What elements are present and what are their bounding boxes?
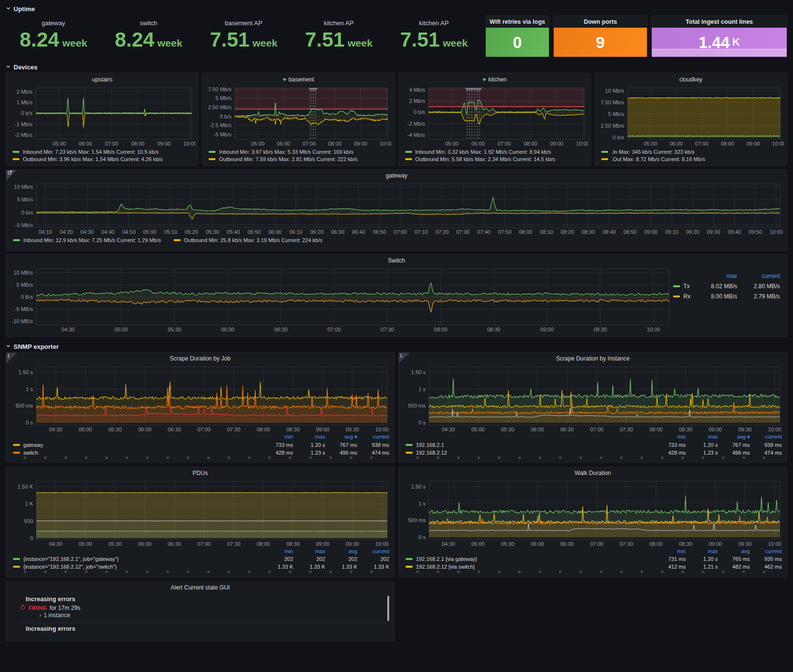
panel-title[interactable]: Wifi retries via logs <box>486 16 549 28</box>
panel-title[interactable]: PDUs <box>9 468 391 478</box>
legend-series[interactable]: Outbound Min: 25.8 kb/s Max: 3.19 Mb/s C… <box>174 236 323 244</box>
section-header-uptime[interactable]: Uptime <box>6 4 787 14</box>
legend-header-current[interactable]: current <box>357 434 389 440</box>
panel-title[interactable]: upstairs <box>9 75 196 85</box>
legend-header-min[interactable]: min <box>261 434 293 440</box>
chart-cloudkey[interactable]: 10 Mb/s7.50 Mb/s5 Mb/s2.50 Mb/s0 b/s05:0… <box>597 85 784 147</box>
legend-series[interactable]: {instance="192.168.2.12", job="switch"} <box>13 564 261 570</box>
stat-title[interactable]: basement AP <box>225 19 262 27</box>
legend-header-current[interactable]: current <box>750 434 782 440</box>
legend-header-max[interactable]: max <box>293 434 325 440</box>
stat-title[interactable]: gateway <box>42 19 65 27</box>
legend-header-current[interactable]: current <box>357 548 389 554</box>
legend-series[interactable]: 192.168.2.12 [via switch] <box>406 564 654 570</box>
time-series-plot[interactable]: 2 Mb/s1 Mb/s0 b/s-1 Mb/s-2 Mb/s05:0006:0… <box>9 85 196 147</box>
legend-text: Inbound Min: 12.9 kb/s Max: 7.25 Mb/s Cu… <box>23 237 161 243</box>
time-series-plot[interactable]: 1.50 K1 K500004:3005:0005:3006:0006:3007… <box>9 478 391 547</box>
legend-series[interactable]: gateway <box>13 442 261 448</box>
time-series-plot[interactable]: 1.50 s1 s500 ms0 s04:3005:0005:3006:0006… <box>9 364 391 433</box>
legend-header-min[interactable]: min <box>654 548 686 554</box>
legend-series[interactable]: 192.168.2.1 [via gateway] <box>406 556 654 562</box>
svg-text:08:00: 08:00 <box>257 426 270 432</box>
legend-series[interactable]: switch <box>13 450 261 456</box>
alert-rule-item[interactable]: Increasing errors <box>20 623 386 633</box>
chart-scrape-job[interactable]: 1.50 s1 s500 ms0 s04:3005:0005:3006:0006… <box>9 364 391 433</box>
svg-text:07:00: 07:00 <box>695 141 709 147</box>
panel-title[interactable]: Switch <box>9 256 784 266</box>
spacer <box>13 548 261 554</box>
legend-series[interactable]: Outbound Min: 7.59 kb/s Max: 2.81 Mb/s C… <box>209 155 392 163</box>
legend-series[interactable]: 192.168.2.1 <box>406 442 654 448</box>
svg-text:05:00: 05:00 <box>644 141 657 147</box>
panel-title[interactable]: gateway <box>9 171 784 181</box>
panel-title[interactable]: Alert Current state GUI <box>9 583 391 593</box>
time-series-plot[interactable]: 10 MB/s5 MB/s0 B/s-5 MB/s-10 MB/s04:3005… <box>9 266 673 333</box>
panel-title[interactable]: Total ingest count lines <box>652 16 787 28</box>
time-series-plot[interactable]: 10 Mb/s7.50 Mb/s5 Mb/s2.50 Mb/s0 b/s05:0… <box>597 85 784 147</box>
legend-value: 474 ms <box>750 450 782 456</box>
legend-header-avg[interactable]: avg <box>718 548 750 554</box>
panel-switch: Switch 10 MB/s5 MB/s0 B/s-5 MB/s-10 MB/s… <box>6 254 787 337</box>
legend-series[interactable]: Outbound Min: 3.96 kb/s Max: 1.54 Mb/s C… <box>13 155 196 163</box>
legend-header-max[interactable]: max <box>697 273 737 279</box>
legend-series[interactable]: 192.168.2.12 <box>406 450 654 456</box>
legend-series[interactable]: .In Max: 345 kb/s Current: 323 kb/s <box>601 148 784 155</box>
series-group <box>429 496 780 537</box>
legend-series[interactable]: Inbound Min: 12.9 kb/s Max: 7.25 Mb/s Cu… <box>13 236 161 244</box>
alert-rule-item[interactable]: Increasing errorsFIRINGfor 17m 29s›1 ins… <box>20 595 386 621</box>
panel-title[interactable]: ♥basement <box>205 75 392 85</box>
legend-series[interactable]: Inbound Min: 3.32 kb/s Max: 1.92 Mb/s Cu… <box>405 148 588 155</box>
legend-series[interactable]: Rx <box>673 293 697 300</box>
legend-header-avg[interactable]: avg ▾ <box>718 434 750 440</box>
time-series-plot[interactable]: 1.50 s1 s500 ms0 s04:3005:0005:3006:0006… <box>402 478 784 547</box>
section-header-snmp[interactable]: SNMP exporter <box>6 342 787 351</box>
svg-text:08:10: 08:10 <box>540 229 553 235</box>
time-series-plot[interactable]: 4 Mb/s2 Mb/s0 b/s-2 Mb/s-4 Mb/s05:0006:0… <box>401 85 588 147</box>
stat-title[interactable]: switch <box>140 19 157 27</box>
info-icon[interactable]: i <box>8 353 9 359</box>
chart-pdus[interactable]: 1.50 K1 K500004:3005:0005:3006:0006:3007… <box>9 478 391 547</box>
panel-title[interactable]: cloudkey <box>597 75 784 85</box>
panel-title[interactable]: Down ports <box>554 16 647 28</box>
legend-header-current[interactable]: current <box>750 548 782 554</box>
external-link-icon[interactable] <box>8 170 12 176</box>
chart-walk-duration[interactable]: 1.50 s1 s500 ms0 s04:3005:0005:3006:0006… <box>402 478 784 547</box>
panel-title[interactable]: ♥kitchen <box>401 75 588 85</box>
legend-table: maxcurrentTx8.02 MB/s2.80 MB/sRx8.00 MB/… <box>673 273 784 300</box>
svg-text:10:00: 10:00 <box>183 141 196 147</box>
time-series-plot[interactable]: 7.50 Mb/s5 Mb/s2.50 Mb/s0 b/s-2.5 Mb/s-5… <box>205 85 392 147</box>
stat-title[interactable]: kitchen AP <box>324 19 353 27</box>
chart-scrape-instance[interactable]: 1.50 s1 s500 ms0 s04:3005:0005:3006:0006… <box>402 364 784 433</box>
legend-header-avg[interactable]: avg <box>325 548 357 554</box>
section-header-devices[interactable]: Devices <box>6 62 787 72</box>
info-icon[interactable]: i <box>400 353 402 359</box>
legend-header-avg[interactable]: avg ▾ <box>325 434 357 440</box>
svg-text:07:00: 07:00 <box>105 141 118 147</box>
panel-title[interactable]: Scrape Duration by Instance <box>402 354 784 364</box>
legend-header-min[interactable]: min <box>654 434 686 440</box>
legend-series[interactable]: Outbound Min: 5.58 kb/s Max: 2.34 Mb/s C… <box>405 155 588 163</box>
chart-upstairs[interactable]: 2 Mb/s1 Mb/s0 b/s-1 Mb/s-2 Mb/s05:0006:0… <box>9 85 196 147</box>
chart-kitchen[interactable]: 4 Mb/s2 Mb/s0 b/s-2 Mb/s-4 Mb/s05:0006:0… <box>401 85 588 147</box>
legend-header-max[interactable]: max <box>293 548 325 554</box>
chart-gateway[interactable]: 10 Mb/s5 Mb/s0 b/s-5 Mb/s04:1004:2004:30… <box>9 181 784 235</box>
svg-text:09:40: 09:40 <box>728 229 742 235</box>
legend-series[interactable]: Inbound Min: 7.23 kb/s Max: 1.54 Mb/s Cu… <box>13 148 196 155</box>
chart-basement[interactable]: 7.50 Mb/s5 Mb/s2.50 Mb/s0 b/s-2.5 Mb/s-5… <box>205 85 392 147</box>
panel-title[interactable]: Walk Duration <box>402 468 784 478</box>
legend-header-current[interactable]: current <box>737 273 780 279</box>
stat-title[interactable]: kitchen AP <box>419 19 448 27</box>
panel-title[interactable]: Scrape Duration by Job <box>9 354 391 364</box>
legend-header-max[interactable]: max <box>686 548 718 554</box>
scrollbar-thumb[interactable] <box>387 596 389 621</box>
legend-series[interactable]: Inbound Min: 3.97 kb/s Max: 5.33 Mb/s Cu… <box>209 148 392 155</box>
chart-switch[interactable]: 10 MB/s5 MB/s0 B/s-5 MB/s-10 MB/s04:3005… <box>9 266 673 333</box>
time-series-plot[interactable]: 1.50 s1 s500 ms0 s04:3005:0005:3006:0006… <box>402 364 784 433</box>
legend-series[interactable]: {instance="192.168.2.1", job="gateway"} <box>13 556 261 562</box>
legend-header-max[interactable]: max <box>686 434 718 440</box>
legend-header-min[interactable]: min <box>261 548 293 554</box>
alert-instance-toggle[interactable]: ›1 instance <box>20 612 386 620</box>
legend-series[interactable]: .Out Max: 8.72 Mb/s Current: 8.16 Mb/s <box>601 155 784 163</box>
legend-series[interactable]: Tx <box>673 283 697 290</box>
time-series-plot[interactable]: 10 Mb/s5 Mb/s0 b/s-5 Mb/s04:1004:2004:30… <box>9 181 784 235</box>
